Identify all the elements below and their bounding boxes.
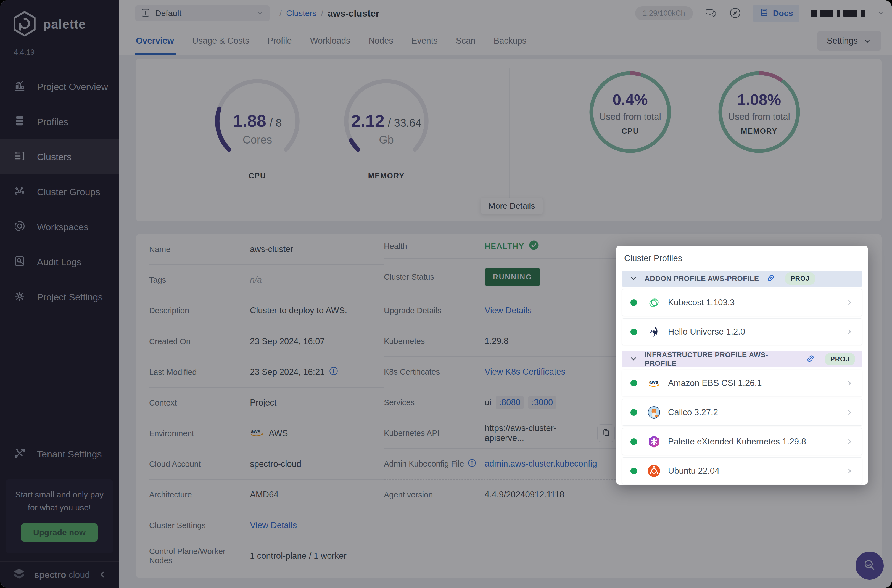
addon-profile-section-header[interactable]: ADDON PROFILE AWS-PROFILE PROJ — [622, 270, 862, 286]
profile-layer-row-ubuntu[interactable]: Ubuntu 22.04 — [622, 458, 862, 484]
chevron-right-icon — [845, 328, 854, 336]
ubuntu-icon — [647, 464, 661, 478]
popup-title: Cluster Profiles — [624, 254, 862, 263]
chevron-right-icon — [845, 298, 854, 307]
status-dot-icon — [631, 328, 637, 335]
cluster-profiles-popup: Cluster Profiles ADDON PROFILE AWS-PROFI… — [616, 246, 868, 485]
section-header-label: ADDON PROFILE AWS-PROFILE — [644, 274, 759, 283]
chevron-right-icon — [845, 379, 854, 387]
profile-layer-name: Kubecost 1.103.3 — [668, 298, 734, 308]
status-dot-icon — [631, 380, 637, 387]
status-dot-icon — [631, 438, 637, 445]
kubecost-icon — [647, 296, 661, 309]
profile-layer-row-hello-universe[interactable]: Hello Universe 1.2.0 — [622, 318, 862, 345]
calico-icon — [647, 405, 661, 419]
profile-layer-row-amazon-ebs-csi[interactable]: aws Amazon EBS CSI 1.26.1 — [622, 370, 862, 396]
section-header-label: INFRASTRUCTURE PROFILE AWS-PROFILE — [644, 351, 799, 368]
link-icon[interactable] — [766, 273, 776, 284]
svg-text:aws: aws — [649, 379, 658, 384]
aws-logo-icon: aws — [647, 376, 661, 390]
profile-layer-name: Ubuntu 22.04 — [668, 466, 719, 476]
profile-layer-row-palette-extended-kubernetes[interactable]: Palette eXtended Kubernetes 1.29.8 — [622, 428, 862, 455]
chevron-down-icon — [629, 354, 638, 364]
chevron-right-icon — [845, 408, 854, 417]
profile-layer-row-kubecost[interactable]: Kubecost 1.103.3 — [622, 289, 862, 316]
chevron-down-icon — [629, 274, 638, 284]
infrastructure-profile-section-header[interactable]: INFRASTRUCTURE PROFILE AWS-PROFILE PROJ — [622, 351, 862, 367]
profile-layer-row-calico[interactable]: Calico 3.27.2 — [622, 399, 862, 426]
profile-layer-name: Palette eXtended Kubernetes 1.29.8 — [668, 437, 806, 447]
link-icon[interactable] — [806, 354, 815, 364]
chevron-right-icon — [845, 438, 854, 446]
profile-layer-name: Amazon EBS CSI 1.26.1 — [668, 378, 762, 388]
app-window: palette 4.4.19 Project Overview Profiles… — [0, 0, 892, 588]
status-dot-icon — [631, 409, 637, 416]
status-dot-icon — [631, 468, 637, 474]
palette-k8s-icon — [647, 435, 661, 448]
hello-universe-icon — [647, 325, 661, 339]
project-scope-badge: PROJ — [785, 273, 815, 285]
profile-layer-name: Hello Universe 1.2.0 — [668, 327, 745, 337]
project-scope-badge: PROJ — [825, 353, 855, 365]
status-dot-icon — [631, 299, 637, 306]
profile-layer-name: Calico 3.27.2 — [668, 408, 718, 417]
chevron-right-icon — [845, 467, 854, 475]
